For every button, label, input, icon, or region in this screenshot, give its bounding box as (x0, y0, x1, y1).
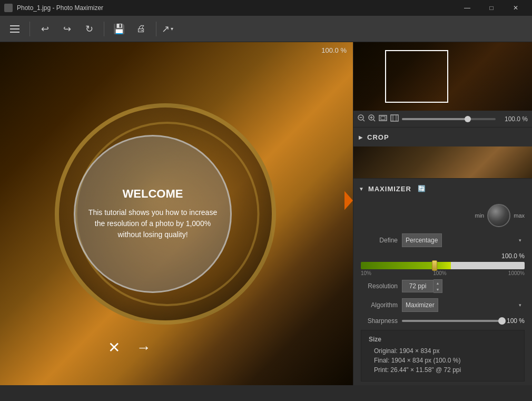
zoom-slider-thumb[interactable] (465, 116, 471, 122)
size-section-title: Size (369, 336, 517, 343)
share-icon: ↗ (162, 23, 170, 35)
define-select-arrow: ▾ (519, 238, 521, 243)
resolution-input-group: ▲ ▼ (402, 279, 442, 293)
zoom-slider-track[interactable] (402, 118, 496, 120)
slider-labels: 10% 100% 1000% (361, 270, 525, 276)
size-final-value: Final: 1904 × 834 px (100.0 %) (369, 357, 517, 364)
svg-line-6 (373, 120, 375, 121)
toolbar-separator (156, 22, 156, 36)
maximizer-section-header[interactable]: ▼ MAXIMIZER 🔄 (353, 179, 532, 199)
toolbar-separator (29, 22, 30, 36)
resolution-down-button[interactable]: ▼ (434, 286, 442, 292)
maximizer-body: min max Define Percentage ▾ 100.0 % (353, 199, 532, 385)
resolution-spinners: ▲ ▼ (434, 279, 442, 293)
crop-section-title: CROP (367, 133, 389, 141)
maximizer-info-icon[interactable]: 🔄 (418, 185, 426, 192)
menu-line (10, 25, 19, 26)
zoom-in-button[interactable] (368, 114, 376, 123)
percentage-display-value: 100.0 % (361, 252, 525, 260)
app-icon (4, 4, 13, 12)
tutorial-close-button[interactable]: ✕ (108, 339, 120, 356)
titlebar-controls: — □ ✕ (455, 0, 528, 16)
main-area: 100.0 % WELCOME This tutorial shows you … (0, 42, 532, 385)
preview-selection-box[interactable] (385, 50, 448, 103)
window-title: Photo_1.jpg - Photo Maximizer (17, 4, 103, 12)
define-select[interactable]: Percentage (402, 233, 442, 247)
zoom-out-button[interactable] (358, 114, 365, 123)
right-panel: 100.0 % ▶ CROP ▼ MAXIMIZER 🔄 min ma (353, 42, 532, 385)
redo-button[interactable]: ↪ (57, 19, 76, 38)
knob-area: min max (361, 204, 525, 227)
actual-size-button[interactable] (390, 114, 399, 123)
percentage-slider-thumb[interactable] (432, 260, 437, 271)
svg-rect-8 (381, 116, 385, 120)
tutorial-actions: ✕ → (108, 339, 151, 356)
redo2-button[interactable]: ↻ (80, 19, 98, 38)
knob-min-label: min (475, 212, 484, 219)
knob-max-label: max (514, 212, 525, 219)
maximizer-section-arrow: ▼ (359, 186, 364, 192)
canvas-zoom-value: 100.0 % (321, 46, 347, 54)
sharpness-slider-thumb[interactable] (498, 317, 506, 325)
sharpness-label: Sharpness (361, 317, 398, 325)
actual-size-icon (390, 114, 399, 122)
slider-label-100: 100% (433, 270, 447, 276)
tutorial-body: This tutorial shows you how to increase … (75, 207, 230, 240)
tutorial-overlay: WELCOME This tutorial shows you how to i… (74, 135, 232, 293)
crop-section: ▶ CROP (353, 128, 532, 179)
tutorial-title: WELCOME (123, 187, 183, 201)
photo-canvas[interactable]: WELCOME This tutorial shows you how to i… (0, 42, 353, 385)
crop-section-header[interactable]: ▶ CROP (353, 128, 532, 146)
size-section: Size Original: 1904 × 834 px Final: 1904… (361, 330, 525, 382)
toolbar: ↩ ↪ ↻ 💾 🖨 ↗ ▾ (0, 16, 532, 42)
percentage-slider-track[interactable] (361, 262, 525, 269)
define-label: Define (361, 237, 398, 244)
menu-button[interactable] (5, 19, 24, 38)
fit-view-button[interactable] (379, 114, 387, 123)
resolution-up-button[interactable]: ▲ (434, 280, 442, 286)
algorithm-select[interactable]: Maximizer (402, 298, 438, 312)
tutorial-next-button[interactable]: → (136, 339, 151, 356)
slider-label-1000: 1000% (508, 270, 525, 276)
sharpness-row: Sharpness 100 % (361, 317, 525, 325)
sharpness-slider-fill (402, 320, 502, 322)
zoom-out-icon (358, 114, 365, 122)
algorithm-label: Algorithm (361, 301, 398, 309)
sharpness-display-value: 100 % (506, 317, 525, 325)
close-button[interactable]: ✕ (504, 0, 528, 16)
zoom-display-value: 100.0 % (499, 115, 528, 123)
algorithm-select-arrow: ▾ (519, 302, 521, 308)
maximize-button[interactable]: □ (479, 0, 504, 16)
maximizer-section: ▼ MAXIMIZER 🔄 min max Define Percentage (353, 179, 532, 385)
undo-button[interactable]: ↩ (35, 19, 54, 38)
crop-section-preview (353, 146, 532, 178)
maximizer-section-title: MAXIMIZER (368, 185, 411, 193)
share-button[interactable]: ↗ ▾ (162, 23, 173, 35)
zoom-slider-fill (402, 118, 468, 120)
share-dropdown-arrow: ▾ (171, 26, 173, 32)
slider-label-10: 10% (361, 270, 371, 276)
zoom-controls: 100.0 % (353, 111, 532, 128)
define-row: Define Percentage ▾ (361, 233, 525, 247)
percentage-slider-row: 10% 100% 1000% (361, 262, 525, 276)
toolbar-separator (104, 22, 104, 36)
save-button[interactable]: 💾 (110, 19, 129, 38)
resolution-row: Resolution ▲ ▼ (361, 279, 525, 293)
svg-line-2 (363, 120, 364, 121)
maximizer-knob[interactable] (487, 204, 510, 227)
menu-line (10, 28, 19, 30)
sharpness-slider-track[interactable] (402, 320, 502, 322)
size-print-value: Print: 26.44" × 11.58" @ 72 ppi (369, 366, 517, 374)
define-select-wrapper: Percentage ▾ (402, 233, 525, 247)
fit-view-icon (379, 114, 387, 122)
crop-section-arrow: ▶ (359, 134, 363, 140)
zoom-in-icon (368, 114, 376, 122)
resolution-label: Resolution (361, 282, 398, 290)
preview-thumbnail (353, 42, 532, 111)
titlebar-left: Photo_1.jpg - Photo Maximizer (4, 4, 103, 12)
algorithm-select-wrapper: Maximizer ▾ (402, 298, 525, 312)
minimize-button[interactable]: — (455, 0, 479, 16)
algorithm-row: Algorithm Maximizer ▾ (361, 298, 525, 312)
resolution-input[interactable] (402, 280, 434, 292)
print-button[interactable]: 🖨 (132, 19, 151, 38)
